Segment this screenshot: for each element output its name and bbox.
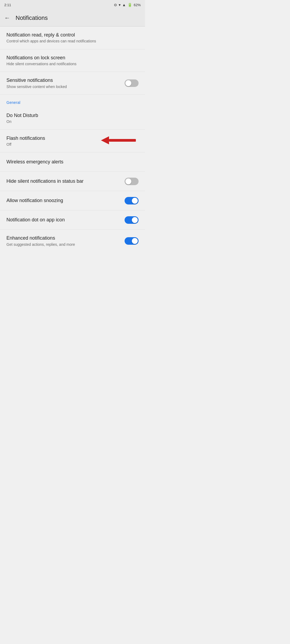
battery-percent: 62%: [134, 3, 141, 7]
top-bar: ← Notifications: [0, 10, 145, 26]
flash-notifications-arrow: [101, 135, 139, 147]
sensitive-notifications-toggle-knob: [125, 80, 131, 86]
flash-notifications-subtitle: Off: [6, 142, 97, 147]
allow-notification-snoozing-text: Allow notification snoozing: [6, 197, 125, 204]
enhanced-notifications-subtitle: Get suggested actions, replies, and more: [6, 242, 120, 247]
allow-notification-snoozing-toggle[interactable]: [125, 197, 139, 204]
do-not-disturb-title: Do Not Disturb: [6, 112, 134, 119]
signal-icon: ▲: [122, 3, 126, 7]
hide-silent-notifications-text: Hide silent notifications in status bar: [6, 178, 125, 184]
do-not-disturb-text: Do Not Disturb On: [6, 112, 139, 124]
notifications-lock-screen-title: Notifications on lock screen: [6, 55, 134, 61]
allow-notification-snoozing-title: Allow notification snoozing: [6, 197, 120, 204]
svg-marker-1: [101, 136, 109, 144]
sensitive-notifications-title: Sensitive notifications: [6, 77, 120, 83]
battery-icon: 🔋: [128, 3, 132, 7]
notification-read-reply-item[interactable]: Notification read, reply & control Contr…: [0, 27, 145, 49]
general-label: General: [6, 100, 20, 105]
hide-silent-notifications-toggle[interactable]: [125, 178, 139, 185]
notifications-lock-screen-text: Notifications on lock screen Hide silent…: [6, 55, 139, 67]
enhanced-notifications-toggle[interactable]: [125, 237, 139, 245]
back-button[interactable]: ←: [4, 15, 10, 21]
status-bar: 2:11 ⊖ ▾ ▲ 🔋 62%: [0, 0, 145, 10]
general-section-header: General: [0, 95, 145, 107]
status-time: 2:11: [4, 3, 11, 7]
notification-dot-item[interactable]: Notification dot on app icon: [0, 210, 145, 230]
notification-read-reply-title: Notification read, reply & control: [6, 32, 134, 38]
hide-silent-notifications-item[interactable]: Hide silent notifications in status bar: [0, 172, 145, 191]
notification-dot-knob: [132, 217, 138, 223]
notification-dot-title: Notification dot on app icon: [6, 217, 120, 223]
notification-read-reply-subtitle: Control which apps and devices can read …: [6, 39, 134, 43]
flash-notifications-text: Flash notifications Off: [6, 135, 97, 147]
allow-notification-snoozing-knob: [132, 198, 138, 204]
do-not-disturb-subtitle: On: [6, 119, 134, 124]
wireless-emergency-alerts-title: Wireless emergency alerts: [6, 159, 134, 165]
enhanced-notifications-text: Enhanced notifications Get suggested act…: [6, 235, 125, 247]
svg-rect-0: [109, 139, 136, 142]
allow-notification-snoozing-item[interactable]: Allow notification snoozing: [0, 191, 145, 210]
sensitive-notifications-text: Sensitive notifications Show sensitive c…: [6, 77, 125, 89]
do-not-disturb-item[interactable]: Do Not Disturb On: [0, 107, 145, 130]
sensitive-notifications-toggle[interactable]: [125, 79, 139, 87]
sensitive-notifications-subtitle: Show sensitive content when locked: [6, 84, 120, 89]
wireless-emergency-alerts-item[interactable]: Wireless emergency alerts: [0, 152, 145, 172]
enhanced-notifications-item[interactable]: Enhanced notifications Get suggested act…: [0, 230, 145, 252]
notifications-lock-screen-subtitle: Hide silent conversations and notificati…: [6, 61, 134, 66]
flash-notifications-item[interactable]: Flash notifications Off: [0, 130, 145, 152]
enhanced-notifications-title: Enhanced notifications: [6, 235, 120, 241]
sensitive-notifications-item[interactable]: Sensitive notifications Show sensitive c…: [0, 72, 145, 95]
flash-notifications-title: Flash notifications: [6, 135, 97, 141]
hide-silent-notifications-knob: [125, 178, 131, 184]
settings-list: Notification read, reply & control Contr…: [0, 27, 145, 252]
page-title: Notifications: [16, 14, 48, 21]
wireless-emergency-alerts-text: Wireless emergency alerts: [6, 159, 139, 165]
notification-dot-toggle[interactable]: [125, 216, 139, 224]
status-right: ⊖ ▾ ▲ 🔋 62%: [114, 3, 141, 7]
notification-read-reply-text: Notification read, reply & control Contr…: [6, 32, 139, 44]
notification-dot-text: Notification dot on app icon: [6, 217, 125, 223]
hide-silent-notifications-title: Hide silent notifications in status bar: [6, 178, 120, 184]
wifi-icon: ▾: [119, 3, 121, 7]
notifications-lock-screen-item[interactable]: Notifications on lock screen Hide silent…: [0, 49, 145, 72]
dnd-icon: ⊖: [114, 3, 117, 7]
enhanced-notifications-knob: [132, 238, 138, 244]
